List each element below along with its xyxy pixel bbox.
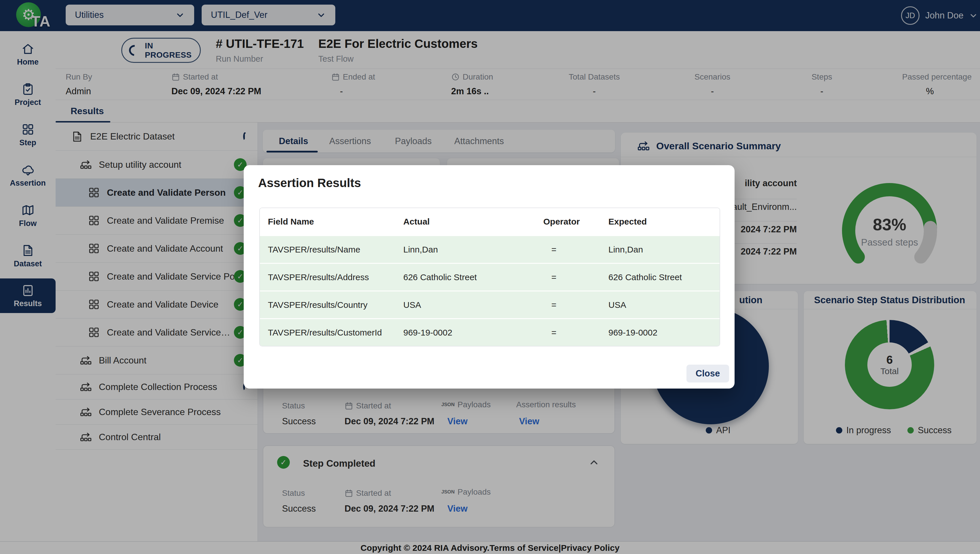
col-operator: Operator: [535, 208, 600, 235]
cell-actual: 626 Catholic Street: [395, 264, 535, 291]
close-button[interactable]: Close: [686, 365, 729, 383]
col-field-name: Field Name: [260, 208, 395, 235]
cell-actual: 969-19-0002: [395, 319, 535, 346]
table-header-row: Field Name Actual Operator Expected: [260, 208, 719, 235]
col-expected: Expected: [600, 208, 719, 235]
cell-operator: =: [535, 264, 600, 291]
cell-field: TAVSPER/results/Country: [260, 291, 395, 318]
assertion-results-modal: Assertion Results Field Name Actual Oper…: [244, 165, 735, 388]
cell-field: TAVSPER/results/Name: [260, 236, 395, 263]
cell-actual: Linn,Dan: [395, 236, 535, 263]
cell-operator: =: [535, 236, 600, 263]
table-row: TAVSPER/results/Name Linn,Dan = Linn,Dan: [260, 235, 719, 263]
cell-field: TAVSPER/results/CustomerId: [260, 319, 395, 346]
assertion-results-table: Field Name Actual Operator Expected TAVS…: [259, 208, 720, 346]
table-row: TAVSPER/results/Address 626 Catholic Str…: [260, 263, 719, 291]
cell-field: TAVSPER/results/Address: [260, 264, 395, 291]
table-row: TAVSPER/results/CustomerId 969-19-0002 =…: [260, 318, 719, 346]
cell-operator: =: [535, 291, 600, 318]
table-row: TAVSPER/results/Country USA = USA: [260, 291, 719, 318]
cell-actual: USA: [395, 291, 535, 318]
cell-expected: 969-19-0002: [600, 319, 719, 346]
col-actual: Actual: [395, 208, 535, 235]
modal-title: Assertion Results: [258, 176, 361, 190]
app-root: ⚙ TA Utilities UTIL_Def_Ver JD John Doe …: [0, 0, 980, 554]
cell-expected: USA: [600, 291, 719, 318]
cell-expected: 626 Catholic Street: [600, 264, 719, 291]
cell-operator: =: [535, 319, 600, 346]
cell-expected: Linn,Dan: [600, 236, 719, 263]
